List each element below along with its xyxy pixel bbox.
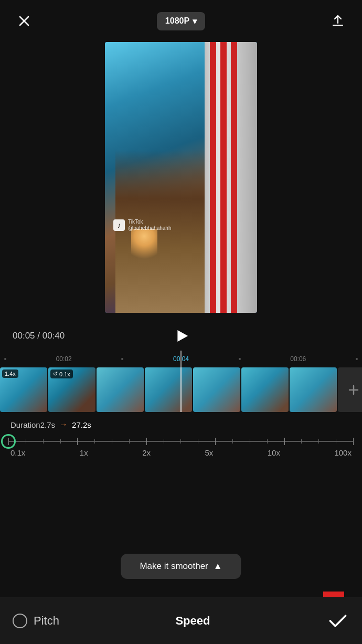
tick-18 <box>318 439 319 444</box>
slider-ticks <box>8 438 354 445</box>
duration-original: 2.7s <box>40 420 55 429</box>
tick-9 <box>164 439 164 444</box>
train-stripe-3 <box>231 42 237 313</box>
pitch-control[interactable]: Pitch <box>13 614 59 628</box>
ruler-dot-4 <box>356 358 358 360</box>
resolution-dropdown-icon: ▾ <box>193 16 197 26</box>
frame-badge-1: 1.4x <box>2 369 18 378</box>
tick-17 <box>301 439 302 444</box>
tick-20 <box>353 438 354 445</box>
slider-thumb[interactable] <box>1 434 16 449</box>
bottom-bar: Pitch Speed <box>0 597 362 644</box>
tick-10 <box>180 439 181 444</box>
refresh-icon: ↺ <box>53 371 58 377</box>
character-element <box>131 229 157 266</box>
frame-thumbnail-5 <box>193 367 240 412</box>
tick-12 <box>215 438 216 445</box>
frame-thumbnail-4 <box>145 367 192 412</box>
duration-arrow-icon: → <box>59 420 68 429</box>
film-frame-3[interactable] <box>97 367 144 412</box>
tick-3 <box>60 439 61 444</box>
speed-tab-label: Speed <box>175 614 210 628</box>
frame-thumbnail-7 <box>290 367 337 412</box>
current-time: 00:05 <box>13 331 35 341</box>
upload-button[interactable] <box>326 9 349 33</box>
train-stripe-2 <box>220 42 227 313</box>
ruler-mark-2: 00:06 <box>290 355 306 363</box>
speed-label-5x: 5x <box>205 448 213 457</box>
tick-5 <box>94 439 95 444</box>
tick-8 <box>146 438 147 445</box>
tick-4 <box>77 438 78 445</box>
add-frame-button[interactable] <box>338 367 362 412</box>
tick-16 <box>284 438 285 445</box>
tiktok-username: TikTok@pahebhahahahh <box>128 219 171 231</box>
time-separator: / <box>37 331 42 341</box>
confirm-button[interactable] <box>326 609 349 632</box>
svg-marker-2 <box>177 330 188 342</box>
tick-19 <box>336 439 336 444</box>
speed-label-01x: 0.1x <box>10 448 25 457</box>
resolution-label: 1080P <box>165 16 189 26</box>
ruler-dot-1 <box>4 358 6 360</box>
total-time: 00:40 <box>42 331 65 341</box>
film-frame-7[interactable] <box>290 367 337 412</box>
tiktok-watermark: ♪ TikTok@pahebhahahahh <box>113 219 171 231</box>
speed-label-2x: 2x <box>142 448 151 457</box>
slider-track[interactable] <box>8 441 354 442</box>
pitch-label: Pitch <box>34 614 59 628</box>
frame-thumbnail-3 <box>97 367 144 412</box>
tick-2 <box>43 439 44 444</box>
ruler-mark-dot-3 <box>239 358 241 360</box>
film-frame-4[interactable] <box>145 367 192 412</box>
playhead-filmstrip <box>180 367 182 412</box>
tick-14 <box>250 439 250 444</box>
tick-13 <box>232 439 233 444</box>
speed-label-10x: 10x <box>268 448 280 457</box>
video-preview: ♪ TikTok@pahebhahahahh <box>105 42 257 313</box>
tick-1 <box>26 439 26 444</box>
close-button[interactable] <box>13 9 36 33</box>
tick-7 <box>129 439 130 444</box>
film-frame-1[interactable]: 1.4x <box>0 367 47 412</box>
video-frame: ♪ TikTok@pahebhahahahh <box>105 42 257 313</box>
resolution-button[interactable]: 1080P ▾ <box>157 12 205 30</box>
track-element <box>115 150 205 313</box>
train-element <box>205 42 257 313</box>
frame-thumbnail-6 <box>241 367 289 412</box>
speed-slider-container: 0.1x 1x 2x 5x 10x 100x <box>8 441 354 457</box>
duration-info: Duration2.7s → 27.2s <box>10 420 91 429</box>
duration-new-value: 27.2s <box>72 420 91 429</box>
tick-11 <box>198 439 198 444</box>
playback-controls: 00:05 / 00:40 <box>0 323 362 349</box>
tiktok-logo-icon: ♪ <box>113 219 125 231</box>
ruler-label-00:06: 00:06 <box>290 355 306 363</box>
train-stripe-1 <box>210 42 216 313</box>
tick-6 <box>112 439 112 444</box>
frame-badge-2: ↺ 0.1x <box>50 369 73 378</box>
ruler-mark-dot-2 <box>121 358 123 360</box>
make-it-smoother-button[interactable]: Make it smoother ▲ <box>121 554 241 579</box>
ruler-mark-0: 00:02 <box>56 355 72 363</box>
smoother-arrow-icon: ▲ <box>214 561 222 572</box>
slider-labels: 0.1x 1x 2x 5x 10x 100x <box>8 448 354 457</box>
pitch-toggle[interactable] <box>13 614 27 628</box>
playhead-ruler <box>180 351 182 367</box>
tick-15 <box>267 439 268 444</box>
speed-label-1x: 1x <box>80 448 88 457</box>
film-frame-2[interactable]: ↺ 0.1x <box>48 367 95 412</box>
duration-label: Duration2.7s <box>10 420 55 429</box>
ruler-mark-dot-1 <box>4 358 6 360</box>
ruler-mark-dot-4 <box>356 358 358 360</box>
play-button[interactable] <box>169 324 193 347</box>
ruler-dot-3 <box>239 358 241 360</box>
smoother-label: Make it smoother <box>140 561 208 572</box>
film-frame-6[interactable] <box>241 367 289 412</box>
time-display: 00:05 / 00:40 <box>13 331 65 341</box>
header: 1080P ▾ <box>0 0 362 42</box>
ruler-dot-2 <box>121 358 123 360</box>
ruler-label-00:02: 00:02 <box>56 355 72 363</box>
film-frame-5[interactable] <box>193 367 240 412</box>
speed-label-100x: 100x <box>334 448 352 457</box>
